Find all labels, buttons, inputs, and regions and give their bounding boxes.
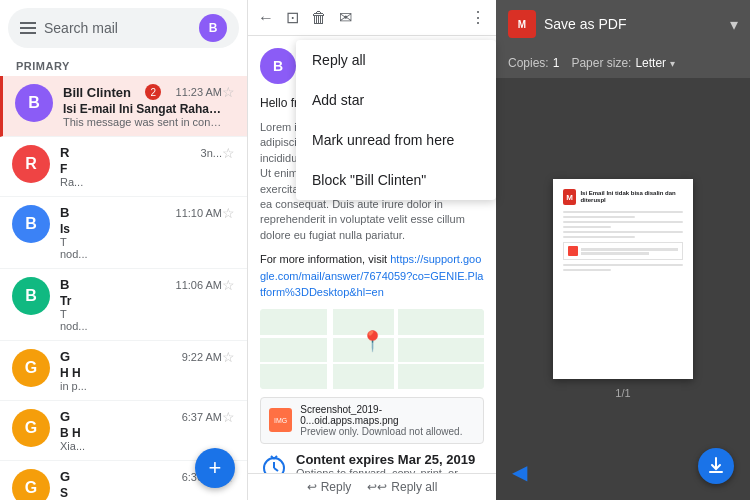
paper-size-setting: Paper size: Letter ▾ xyxy=(571,56,675,70)
sender-name: G xyxy=(60,349,70,364)
more-icon[interactable]: ⋮ xyxy=(470,8,486,27)
email-subject: Tr xyxy=(60,294,222,308)
list-item[interactable]: R R 3n... F Ra... ☆ xyxy=(0,137,247,197)
context-menu-reply-all[interactable]: Reply all xyxy=(296,40,496,80)
delete-icon[interactable]: 🗑 xyxy=(311,9,327,27)
email-link[interactable]: https://support.google.com/mail/answer/7… xyxy=(260,253,483,298)
expiry-section: Content expires Mar 25, 2019 Options to … xyxy=(260,452,484,473)
star-icon[interactable]: ☆ xyxy=(222,277,235,293)
list-item[interactable]: B Bill Clinten 2 11:23 AM Isi E-mail Ini… xyxy=(0,76,247,137)
star-icon[interactable]: ☆ xyxy=(222,145,235,161)
star-icon[interactable]: ☆ xyxy=(222,349,235,365)
svg-line-2 xyxy=(274,468,278,471)
email-content: G 6:37 AM B H Xia... xyxy=(60,409,222,452)
preview-line xyxy=(563,236,635,238)
paper-chevron-icon[interactable]: ▾ xyxy=(670,58,675,69)
email-time: 11:10 AM xyxy=(176,207,222,219)
pdf-preview-m-icon: M xyxy=(563,189,576,205)
hamburger-menu[interactable] xyxy=(20,22,36,34)
list-item[interactable]: B B 11:06 AM Tr T nod... ☆ xyxy=(0,269,247,341)
paper-value[interactable]: Letter xyxy=(635,56,666,70)
mail-icon[interactable]: ✉ xyxy=(339,8,352,27)
search-bar[interactable]: Search mail B xyxy=(8,8,239,48)
reply-button[interactable]: ↩ Reply xyxy=(307,480,352,494)
attachment-row[interactable]: IMG Screenshot_2019-0...oid.apps.maps.pn… xyxy=(260,397,484,444)
sender-name: B xyxy=(60,277,69,292)
pdf-header: M Save as PDF ▾ xyxy=(496,0,750,48)
prev-page-icon[interactable]: ◀ xyxy=(512,460,527,484)
reply-all-label: Reply all xyxy=(391,480,437,494)
preview-line xyxy=(563,221,683,223)
pdf-page-preview: M Isi Email Ini tidak bisa disalin dan d… xyxy=(553,179,693,379)
search-input[interactable]: Search mail xyxy=(44,20,191,36)
email-preview-2: nod... xyxy=(60,248,222,260)
account-avatar[interactable]: B xyxy=(199,14,227,42)
sender-name: Bill Clinten xyxy=(63,85,131,100)
back-icon[interactable]: ← xyxy=(258,9,274,27)
attachment-file-icon: IMG xyxy=(269,408,292,432)
email-preview: Xia... xyxy=(60,440,222,452)
count: 3n... xyxy=(201,147,222,159)
email-preview: Ra... xyxy=(60,176,222,188)
sender-avatar: B xyxy=(260,48,296,84)
email-content: G 9:22 AM H H in p... xyxy=(60,349,222,392)
attachment-name: Screenshot_2019-0...oid.apps.maps.png xyxy=(300,404,475,426)
avatar: G xyxy=(12,469,50,500)
email-detail-panel: ← ⊡ 🗑 ✉ ⋮ B Bill Clinten 11:23 AM to me … xyxy=(248,0,496,500)
email-subject: H H xyxy=(60,366,222,380)
avatar: G xyxy=(12,409,50,447)
context-menu-block[interactable]: Block "Bill Clinten" xyxy=(296,160,496,200)
preview-line xyxy=(563,226,611,228)
email-preview: T xyxy=(60,236,222,248)
email-subject: Isi E-mail Ini Sangat Rahasia! xyxy=(63,102,222,116)
unread-badge: 2 xyxy=(145,84,161,100)
email-preview: This message was sent in confidential mo… xyxy=(63,116,222,128)
email-subject: S xyxy=(60,486,222,500)
sender-name: R xyxy=(60,145,69,160)
more-info-text: For more information, visit https://supp… xyxy=(260,251,484,301)
dropdown-arrow-icon[interactable]: ▾ xyxy=(730,15,738,34)
email-preview: in p... xyxy=(60,380,222,392)
star-icon[interactable]: ☆ xyxy=(222,409,235,425)
reply-all-icon: ↩↩ xyxy=(367,480,387,494)
email-content: R 3n... F Ra... xyxy=(60,145,222,188)
pdf-icon: M xyxy=(508,10,536,38)
email-list-panel: Search mail B PRIMARY B Bill Clinten 2 1… xyxy=(0,0,248,500)
reply-bar: ↩ Reply ↩↩ Reply all xyxy=(248,473,496,500)
copies-setting: Copies: 1 xyxy=(508,56,559,70)
reply-all-button[interactable]: ↩↩ Reply all xyxy=(367,480,437,494)
context-menu: Reply all Add star Mark unread from here… xyxy=(296,40,496,200)
attachment-sub: Preview only. Download not allowed. xyxy=(300,426,475,437)
paper-label: Paper size: xyxy=(571,56,631,70)
copies-label: Copies: xyxy=(508,56,549,70)
pdf-preview-title: Isi Email Ini tidak bisa disalin dan dit… xyxy=(580,190,683,204)
page-number: 1/1 xyxy=(615,387,630,399)
sender-name: G xyxy=(60,469,70,484)
preview-attach-icon xyxy=(568,246,578,256)
email-content: Bill Clinten 2 11:23 AM Isi E-mail Ini S… xyxy=(63,84,222,128)
email-preview: T xyxy=(60,308,222,320)
context-menu-mark-unread[interactable]: Mark unread from here xyxy=(296,120,496,160)
star-icon[interactable]: ☆ xyxy=(222,205,235,221)
archive-icon[interactable]: ⊡ xyxy=(286,8,299,27)
email-subject: F xyxy=(60,162,222,176)
email-time: 11:06 AM xyxy=(176,279,222,291)
preview-attachment xyxy=(563,242,683,260)
email-subject: Is xyxy=(60,222,222,236)
copies-value[interactable]: 1 xyxy=(553,56,560,70)
context-menu-add-star[interactable]: Add star xyxy=(296,80,496,120)
preview-line xyxy=(563,264,683,266)
download-fab[interactable] xyxy=(698,448,734,484)
preview-line xyxy=(563,231,683,233)
list-item[interactable]: G G 9:22 AM H H in p... ☆ xyxy=(0,341,247,401)
pdf-preview-header: M Isi Email Ini tidak bisa disalin dan d… xyxy=(563,189,683,205)
compose-fab[interactable]: + xyxy=(195,448,235,488)
pdf-preview-area: M Isi Email Ini tidak bisa disalin dan d… xyxy=(496,78,750,500)
star-icon[interactable]: ☆ xyxy=(222,84,235,100)
expiry-title: Content expires Mar 25, 2019 xyxy=(296,452,484,467)
email-list: B Bill Clinten 2 11:23 AM Isi E-mail Ini… xyxy=(0,76,247,500)
email-content: B 11:10 AM Is T nod... xyxy=(60,205,222,260)
email-toolbar: ← ⊡ 🗑 ✉ ⋮ xyxy=(248,0,496,36)
pdf-settings: Copies: 1 Paper size: Letter ▾ xyxy=(496,48,750,78)
list-item[interactable]: B B 11:10 AM Is T nod... ☆ xyxy=(0,197,247,269)
